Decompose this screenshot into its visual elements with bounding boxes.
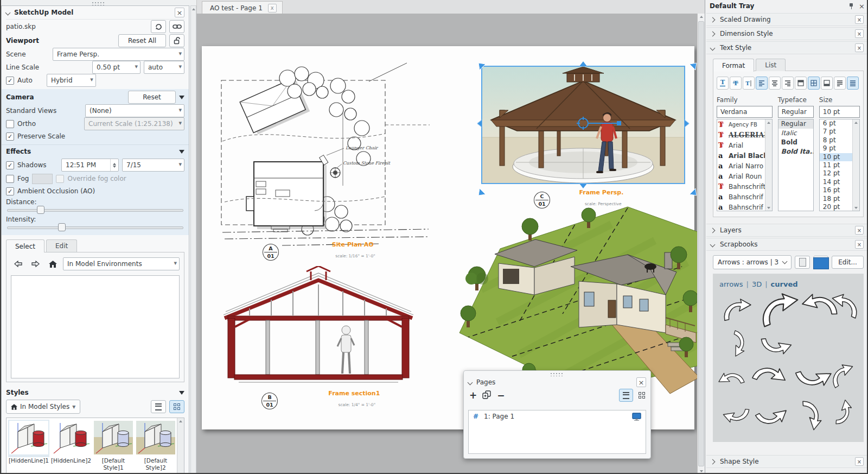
breadcrumb-3d[interactable]: 3D xyxy=(752,280,762,288)
pages-list[interactable]: # 1: Page 1 xyxy=(468,410,646,454)
section-shape-style[interactable]: Shape Style × xyxy=(706,455,868,468)
curved-arrow-scrapbook-item[interactable] xyxy=(713,364,749,397)
curved-arrow-scrapbook-item[interactable] xyxy=(746,355,793,400)
collapse-chevron-icon[interactable] xyxy=(468,380,473,385)
font-family-option[interactable]: TTBahnschrift xyxy=(717,181,765,192)
page-row[interactable]: # 1: Page 1 xyxy=(469,410,646,422)
font-size-option[interactable]: 16 pt xyxy=(820,186,853,194)
ambient-occlusion-checkbox[interactable]: ✓ xyxy=(6,187,14,195)
fog-color-swatch[interactable] xyxy=(32,174,53,184)
ao-intensity-slider[interactable] xyxy=(7,225,183,229)
close-section-button[interactable]: × xyxy=(855,29,864,38)
workspace[interactable]: Lounger Chair Custom Stone Firepit xyxy=(196,14,698,474)
font-family-input[interactable]: Verdana xyxy=(717,106,773,118)
house-render-viewport[interactable] xyxy=(449,203,698,395)
pages-grid-view-button[interactable] xyxy=(639,392,645,399)
scrapbook-new-doc-button[interactable] xyxy=(813,256,828,269)
resize-handle-right[interactable] xyxy=(685,120,690,128)
link-model-button[interactable] xyxy=(169,20,184,33)
size-list-scrollbar[interactable] xyxy=(852,119,859,211)
close-section-button[interactable]: × xyxy=(855,226,864,235)
line-weight-dropdown[interactable]: 0.50 pt ▾ xyxy=(92,61,141,74)
scrollbar-thumb[interactable] xyxy=(698,21,704,466)
family-list-scrollbar[interactable] xyxy=(765,119,772,211)
curved-arrow-scrapbook-item[interactable] xyxy=(826,290,864,323)
section-collapse-icon[interactable] xyxy=(179,96,184,99)
reset-all-button[interactable]: Reset All xyxy=(118,34,166,47)
resize-handle-bottom[interactable] xyxy=(579,184,587,188)
font-size-option[interactable]: 7 pt xyxy=(820,128,853,136)
typeface-option[interactable]: Regular xyxy=(778,119,813,129)
ao-distance-slider[interactable] xyxy=(7,208,183,211)
underline-button[interactable]: T xyxy=(717,77,729,90)
frame-section-callout[interactable]: B 01 Frame section1 scale: 1/4" = 1'-0" xyxy=(261,393,411,409)
tab-select[interactable]: Select xyxy=(6,239,44,252)
tab-edit[interactable]: Edit xyxy=(46,239,77,252)
close-section-button[interactable]: × xyxy=(855,43,864,52)
section-collapse-icon[interactable] xyxy=(179,391,184,395)
font-size-option[interactable]: 11 pt xyxy=(820,161,853,169)
fog-checkbox[interactable] xyxy=(6,175,14,183)
env-home-button[interactable] xyxy=(46,258,60,270)
scroll-down-icon[interactable] xyxy=(765,205,772,211)
close-section-button[interactable]: × xyxy=(855,457,864,466)
stepper-arrows[interactable] xyxy=(110,159,118,171)
style-thumbnail[interactable]: [Default Style]1 xyxy=(93,420,134,471)
scrapbook-selector-dropdown[interactable]: Arrows : arrows | 3 xyxy=(713,255,792,269)
close-document-button[interactable]: x xyxy=(268,4,277,12)
close-section-button[interactable]: × xyxy=(855,15,864,24)
anchor-bottom-button[interactable] xyxy=(821,77,833,90)
line-scale-mode-dropdown[interactable]: auto ▾ xyxy=(144,61,184,74)
collapse-chevron-icon[interactable] xyxy=(5,10,11,15)
slider-thumb[interactable] xyxy=(58,223,66,231)
scrapbook-edit-button[interactable]: Edit... xyxy=(832,256,864,269)
curved-arrow-scrapbook-item[interactable] xyxy=(828,396,856,428)
tab-format[interactable]: Format xyxy=(713,59,754,72)
panel-drag-grip[interactable] xyxy=(550,372,564,376)
reload-model-button[interactable] xyxy=(151,20,166,33)
typeface-input[interactable]: Regular xyxy=(778,106,814,118)
typeface-option[interactable]: Bold Ita... xyxy=(778,147,813,156)
typeface-option[interactable]: Bold xyxy=(778,138,813,147)
style-thumbnail[interactable]: [HiddenLine]1 xyxy=(8,420,49,471)
font-family-option[interactable]: aArial Narro xyxy=(717,161,765,171)
section-dimension-style[interactable]: Dimension Style × xyxy=(706,27,868,40)
preserve-scale-checkbox[interactable]: ✓ xyxy=(6,132,14,141)
section-scaled-drawing[interactable]: Scaled Drawing × xyxy=(706,13,868,26)
font-size-option[interactable]: 10 pt xyxy=(820,153,853,161)
style-thumbnail[interactable]: [Default Style]2 xyxy=(135,420,176,471)
align-left-button[interactable] xyxy=(756,77,768,90)
anchor-middle-button[interactable] xyxy=(808,77,820,90)
font-size-option[interactable]: 8 pt xyxy=(820,136,853,144)
justify-left-button[interactable] xyxy=(834,77,846,90)
font-size-option[interactable]: 6 pt xyxy=(820,119,853,128)
frame-persp-callout[interactable]: C 01 Frame Persp. scale: Perspective xyxy=(534,192,640,208)
size-input[interactable]: 10 pt xyxy=(819,106,860,118)
scroll-up-icon[interactable] xyxy=(853,119,859,125)
auto-render-checkbox[interactable]: ✓ xyxy=(6,77,14,85)
style-thumbnail[interactable]: [HiddenLine]2 xyxy=(50,420,92,471)
scroll-up-icon[interactable] xyxy=(191,6,196,12)
left-panel-scrollbar[interactable] xyxy=(190,5,196,474)
font-family-option[interactable]: aBahnschrif xyxy=(717,192,765,202)
font-size-list[interactable]: 6 pt7 pt8 pt9 pt10 pt11 pt12 pt14 pt16 p… xyxy=(820,119,853,211)
close-section-button[interactable]: × xyxy=(855,240,864,249)
styles-source-dropdown[interactable]: In Model Styles ▾ xyxy=(6,400,80,414)
font-family-option[interactable]: aBahnschrif xyxy=(717,202,765,211)
document-tab[interactable]: AO test - Page 1 x xyxy=(202,1,283,14)
slider-thumb[interactable] xyxy=(37,206,44,214)
scroll-up-icon[interactable] xyxy=(765,119,772,125)
align-right-button[interactable] xyxy=(782,77,794,90)
shadow-date-dropdown[interactable]: 7/15 ▾ xyxy=(122,159,184,172)
curved-arrow-scrapbook-item[interactable] xyxy=(794,396,826,434)
environments-list[interactable] xyxy=(11,275,180,378)
remove-page-button[interactable]: − xyxy=(497,390,505,401)
font-size-option[interactable]: 14 pt xyxy=(820,178,853,186)
curved-arrow-scrapbook-item[interactable] xyxy=(720,298,754,325)
text-cursor-button[interactable]: T xyxy=(743,77,755,90)
font-family-option[interactable]: TTArial xyxy=(717,140,765,150)
styles-list-view-button[interactable] xyxy=(151,400,166,413)
justify-full-button[interactable] xyxy=(847,77,859,90)
section-text-style[interactable]: Text Style × xyxy=(706,41,868,54)
curved-arrow-scrapbook-item[interactable] xyxy=(720,326,754,362)
